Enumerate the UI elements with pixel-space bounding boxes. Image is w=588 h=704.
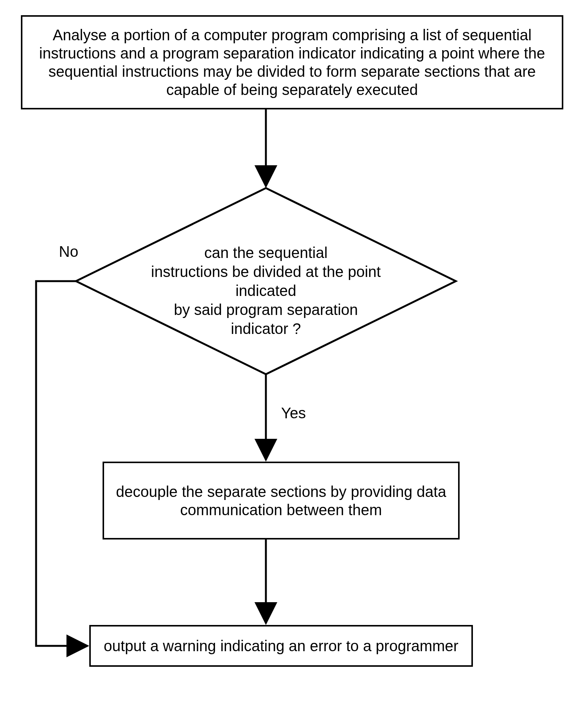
process-output-warning: output a warning indicating an error to … [89,625,473,667]
decision-text: can the sequential instructions be divid… [129,243,403,338]
process-analyse-text: Analyse a portion of a computer program … [34,26,550,99]
process-decouple: decouple the separate sections by provid… [103,462,460,539]
process-decouple-text: decouple the separate sections by provid… [115,483,447,519]
process-analyse: Analyse a portion of a computer program … [21,15,563,109]
process-output-warning-text: output a warning indicating an error to … [104,637,458,655]
edge-label-yes: Yes [281,405,306,422]
edge-label-no: No [59,243,78,260]
